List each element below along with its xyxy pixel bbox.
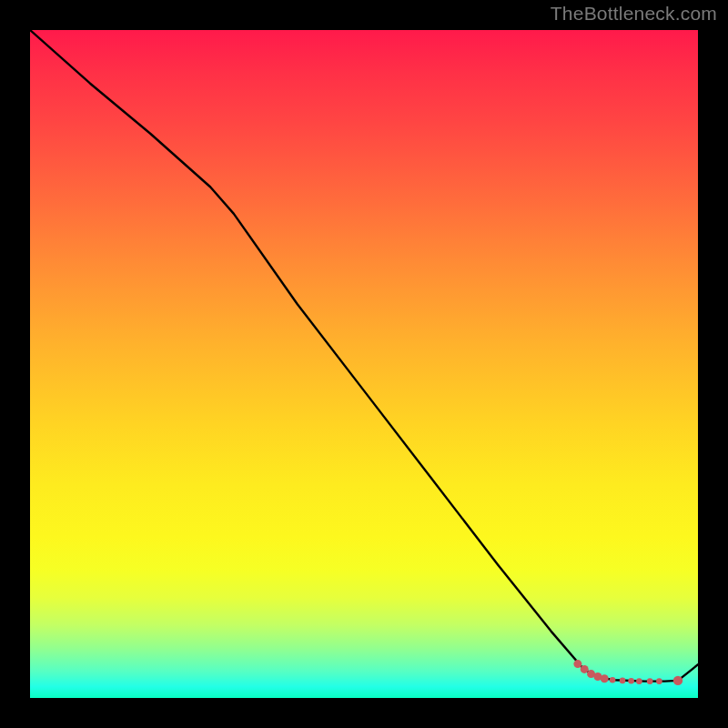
chart-frame: TheBottleneck.com — [0, 0, 728, 728]
marker-dot — [610, 677, 616, 683]
marker-dot — [673, 676, 682, 685]
plot-area — [30, 30, 698, 698]
marker-dot — [656, 678, 662, 684]
marker-dot — [647, 678, 653, 684]
marker-dot — [636, 678, 642, 684]
chart-svg — [30, 30, 698, 698]
curve-path — [30, 30, 698, 682]
marker-dot — [601, 674, 609, 682]
marker-dot — [573, 660, 581, 668]
marker-dot — [628, 678, 634, 684]
marker-dot — [620, 678, 626, 684]
marker-dot — [581, 665, 589, 673]
watermark-text: TheBottleneck.com — [551, 3, 717, 25]
